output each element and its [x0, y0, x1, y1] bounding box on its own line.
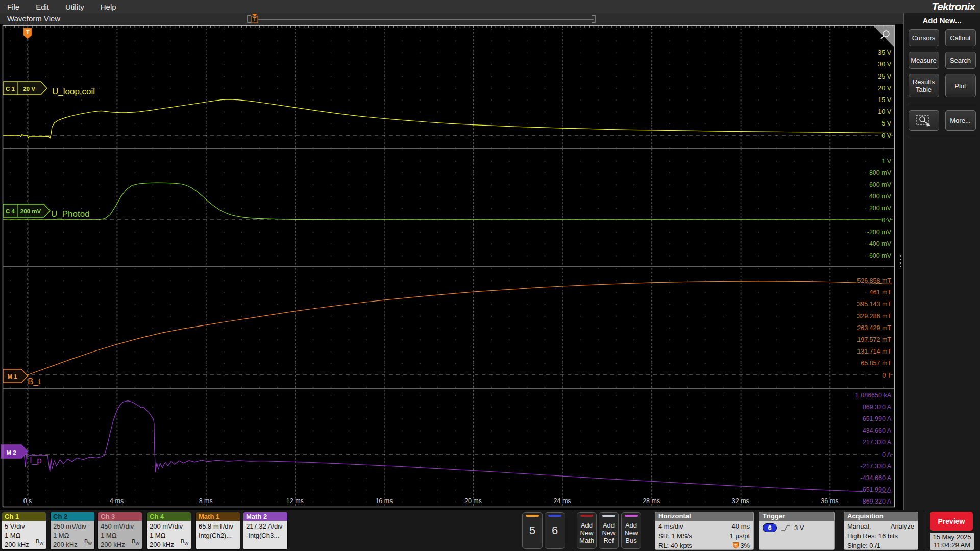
trace-label-ip[interactable]: I_p — [30, 456, 42, 465]
math2-badge[interactable]: M 2 — [1, 445, 28, 458]
horizontal-title: Horizontal — [655, 512, 753, 521]
grid-major-columns — [3, 389, 894, 507]
add-new-buttons: CursorsCalloutMeasureSearchResults Table… — [904, 29, 980, 97]
channel-badge-title: Ch 3 — [98, 512, 142, 521]
trace-label-uloopcoil[interactable]: U_loop,coil — [52, 87, 95, 96]
svg-text:C 1: C 1 — [6, 86, 15, 92]
channel-badge-math1[interactable]: Math 165.8 mT/divIntg(Ch2)... — [195, 512, 240, 550]
y-axis-tick-label: 1 V — [881, 158, 891, 165]
add-new-math-button[interactable]: AddNewMath — [577, 512, 597, 549]
horizontal-row: 4 ms/div40 ms — [658, 521, 750, 531]
trigger-panel[interactable]: Trigger 6 3 V — [759, 512, 835, 550]
y-axis-tick-label: 0 A — [882, 451, 892, 458]
rising-edge-icon — [781, 524, 790, 532]
y-axis-tick-label: 217.330 A — [863, 439, 892, 446]
channel-color-stripe — [548, 515, 561, 517]
channel-badge-ch3[interactable]: Ch 3450 mV/div1 MΩ200 kHzBW — [97, 512, 142, 550]
trigger-flag-icon: T — [733, 542, 739, 549]
results-table-button[interactable]: Results Table — [909, 74, 939, 97]
y-axis-tick-label: 65.857 mT — [861, 360, 891, 367]
horizontal-panel[interactable]: Horizontal 4 ms/div40 msSR: 1 MS/s1 µs/p… — [655, 512, 754, 550]
y-axis-tick-label: -434.660 A — [861, 474, 892, 482]
source-color-stripe — [625, 515, 638, 517]
channel-badge-ch4[interactable]: Ch 4200 mV/div1 MΩ200 kHzBW — [146, 512, 191, 550]
channel-6-button[interactable]: 6 — [545, 512, 565, 549]
waveform-display[interactable]: T35 V30 V25 V20 V15 V10 V5 V0 V1 V800 mV… — [0, 0, 904, 510]
channel-badge-ch2[interactable]: Ch 2250 mV/div1 MΩ200 kHzBW — [50, 512, 95, 550]
search-button[interactable]: Search — [945, 52, 976, 69]
more-button[interactable]: More... — [945, 110, 976, 131]
ch1-scale-badge[interactable]: C 120 V — [3, 82, 47, 95]
source-color-stripe — [580, 515, 593, 517]
menu-item-utility[interactable]: Utility — [57, 3, 92, 11]
panel-separator — [908, 137, 976, 137]
datetime-display: 15 May 2025 11:04:29 AM — [930, 533, 974, 550]
measure-button[interactable]: Measure — [909, 52, 939, 69]
bandwidth-limit-indicator: BW — [84, 537, 92, 548]
menu-bar: FileEditUtilityHelp — [0, 0, 980, 13]
trace-label-bt[interactable]: B_t — [28, 377, 41, 386]
svg-text:T: T — [26, 29, 30, 35]
x-axis-tick-label: 20 ms — [464, 497, 482, 505]
channel-setting: 65.8 mT/div — [199, 522, 240, 531]
channel-5-button[interactable]: 5 — [522, 512, 543, 549]
zoom-select-icon — [915, 114, 933, 127]
channel-badge-title: Ch 1 — [2, 512, 46, 521]
svg-text:T: T — [734, 543, 737, 548]
x-axis-tick-label: 16 ms — [375, 497, 393, 505]
y-axis-tick-label: 197.572 mT — [857, 336, 891, 343]
channel-setting: -Intg(Ch3... — [246, 531, 287, 540]
x-axis-tick-label: 0 s — [23, 497, 32, 505]
acquisition-panel[interactable]: Acquisition Manual, Analyze High Res: 16… — [844, 512, 918, 550]
y-axis-tick-label: 20 V — [878, 85, 891, 92]
y-axis-tick-label: 25 V — [878, 73, 891, 80]
acq-resolution: High Res: 16 bits — [847, 531, 914, 541]
y-axis-tick-label: 131.714 mT — [857, 348, 891, 355]
y-axis-tick-label: 30 V — [878, 61, 891, 68]
menu-item-file[interactable]: File — [0, 3, 28, 11]
channel-badge-settings: 65.8 mT/divIntg(Ch2)... — [196, 521, 240, 550]
svg-text:C 4: C 4 — [6, 208, 15, 214]
panel-splitter-handle[interactable] — [899, 255, 902, 267]
y-axis-tick-label: 461 mT — [870, 289, 892, 296]
channel-badge-ch1[interactable]: Ch 15 V/div1 MΩ200 kHzBW — [2, 512, 46, 550]
zoom-select-button[interactable] — [909, 110, 939, 131]
channel-badge-settings: 5 V/div1 MΩ200 kHzBW — [2, 521, 46, 550]
svg-text:M 2: M 2 — [6, 449, 16, 456]
waveform-view-title: Waveform View — [7, 14, 60, 23]
date: 15 May 2025 — [930, 533, 974, 541]
divider — [924, 512, 924, 549]
y-axis-tick-label: -217.330 A — [861, 463, 892, 470]
add-new-bus-button[interactable]: AddNewBus — [621, 512, 641, 549]
channel-setting: Intg(Ch2)... — [199, 531, 240, 540]
channel-setting: 250 mV/div — [53, 522, 94, 531]
tektronix-logo: Tektronix — [932, 1, 975, 13]
x-axis-tick-label: 36 ms — [821, 497, 838, 505]
horizontal-value: SR: 1 MS/s — [658, 531, 692, 541]
horizontal-position-scrollbar[interactable]: T — [247, 13, 604, 24]
y-axis-tick-label: 651.990 A — [863, 415, 892, 422]
grid-major-columns — [3, 26, 894, 149]
channel-setting: 450 mV/div — [101, 522, 142, 531]
y-axis-tick-label: 0 V — [881, 132, 891, 139]
y-axis-tick-label: -200 mV — [867, 229, 892, 236]
y-axis-tick-label: 600 mV — [869, 181, 892, 188]
menu-item-edit[interactable]: Edit — [28, 3, 57, 11]
cursors-button[interactable]: Cursors — [909, 29, 939, 46]
menu-item-help[interactable]: Help — [92, 3, 125, 11]
preview-button[interactable]: Preview — [930, 512, 973, 531]
plot-button[interactable]: Plot — [945, 74, 976, 97]
x-axis-tick-label: 12 ms — [286, 497, 304, 505]
callout-button[interactable]: Callout — [945, 29, 976, 46]
channel-color-stripe — [526, 515, 539, 517]
add-new-ref-button[interactable]: AddNewRef — [599, 512, 619, 549]
y-axis-tick-label: -600 mV — [867, 252, 892, 259]
ch4-scale-badge[interactable]: C 4200 mV — [3, 204, 50, 217]
y-axis-tick-label: 0 V — [881, 217, 891, 224]
source-color-stripe — [602, 515, 615, 517]
divider — [572, 512, 572, 549]
y-axis-tick-label: 526.858 mT — [857, 277, 891, 284]
trace-label-uphotod[interactable]: U_Photod — [51, 209, 90, 219]
channel-badge-math2[interactable]: Math 2217.32 A/div-Intg(Ch3... — [243, 512, 288, 550]
svg-text:M 1: M 1 — [7, 373, 17, 380]
